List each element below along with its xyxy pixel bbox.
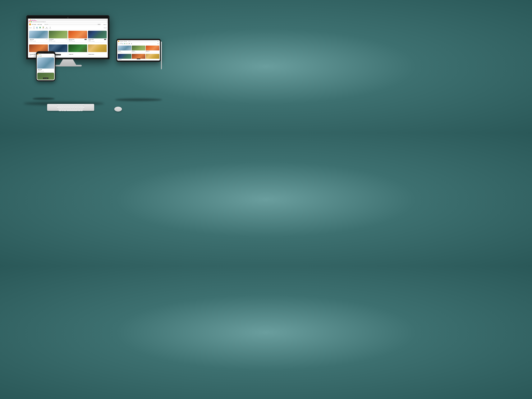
close-button[interactable] [29,21,30,22]
tablet-card-r2-0[interactable]: Northern Hill [118,54,131,60]
key-caps[interactable] [57,107,61,108]
search-input[interactable] [44,24,98,25]
filter-forest[interactable]: 🌲 Forest [39,27,41,29]
key[interactable] [70,109,71,110]
search-button[interactable]: Search [98,24,101,25]
key[interactable] [67,107,69,108]
key[interactable] [63,107,65,108]
filter-mountain[interactable]: ⛰ Mountain [45,27,48,29]
phone-filter-jungle[interactable]: 🌴 [41,56,42,57]
tablet-card-0[interactable]: Yeti's Foot Antarctica 200 CHF / per nig… [118,46,131,53]
app-search[interactable]: Search [44,24,101,25]
key[interactable] [78,107,80,108]
key[interactable] [80,106,82,107]
tablet-card-r2-2[interactable] [146,54,159,60]
camp-card-3[interactable]: Northern Hill New Finland 180 CHF / per … [88,31,107,42]
key[interactable] [64,109,66,110]
key[interactable] [78,104,79,106]
maximize-button[interactable] [31,21,32,22]
tablet-card-2[interactable]: Wild and Free Red Desert [146,46,159,53]
camp-card-r2-3[interactable]: Golden Dunes [88,44,107,57]
magic-mouse[interactable] [114,107,122,112]
key[interactable] [74,104,76,106]
key[interactable] [67,106,68,107]
key[interactable] [64,104,66,106]
camp-card-1[interactable]: Fun Forest ★ 5 Mansfield 180 CHF / per n… [49,31,68,42]
key[interactable] [66,104,68,106]
filter-jungle[interactable]: 🌴 Jungle [42,27,44,29]
tablet-search[interactable]: type here . [128,41,156,42]
key[interactable] [61,107,63,108]
key[interactable] [77,109,79,110]
key[interactable] [71,107,72,108]
tablet-filter-jungle[interactable]: 🌴Jungle [126,43,127,44]
key[interactable] [74,106,76,107]
key-cmd-right[interactable] [78,110,81,111]
key-shift-left[interactable] [58,109,62,110]
key-return[interactable] [80,107,84,108]
key[interactable] [63,104,64,106]
tablet-card-1[interactable]: Fun Forest Mansfield 180 CHF / per night [132,46,145,53]
key-ctrl[interactable] [59,110,62,111]
tablet-filter-sea[interactable]: 🌊Sea [122,43,123,44]
key[interactable] [76,106,78,107]
key[interactable] [76,109,77,110]
key[interactable] [65,107,67,108]
key[interactable] [72,109,73,110]
tablet-nav-all[interactable]: All Camps [120,41,123,42]
key-delete[interactable] [82,104,84,106]
filter-sea[interactable]: 🌊 Sea [36,27,38,29]
key[interactable] [68,104,70,106]
phone-nav-all[interactable]: All Camps [39,54,41,55]
browser-tab-active[interactable]: Fake Camp [29,19,37,21]
camp-card-2[interactable]: Wild and Free New Red Desert 140 CHF / p… [68,31,87,42]
phone-main-card[interactable]: Yeti's Foot Antarctica 200 CHF / per nig… [37,57,54,72]
key[interactable] [76,104,77,106]
minimize-button[interactable] [30,21,31,22]
key[interactable] [69,107,70,108]
logout-button[interactable]: Logout ↗ [103,24,107,25]
key[interactable] [70,104,72,106]
tablet-showmap-overlay[interactable]: Show map 🗺 [137,58,140,59]
key[interactable] [61,104,63,106]
tablet-filter-arctic[interactable]: ❄Arctic [131,43,132,44]
key[interactable] [59,104,61,106]
key[interactable] [74,109,75,110]
tablet-filter-forest[interactable]: 🌲Forest [124,43,125,44]
key[interactable] [72,104,74,106]
clear-button[interactable]: Clear ✕ [104,27,107,28]
nav-add-camp[interactable]: Add Camp [38,24,42,25]
key-option-right[interactable] [81,110,82,111]
key[interactable] [80,104,81,106]
address-bar[interactable]: fake-camp.handscape.com/campgrounds [32,21,107,22]
phone-showmap-card[interactable]: Show map 🗺 [37,73,54,80]
key[interactable] [73,107,74,108]
filter-dune[interactable]: ⛱ Dune [33,27,35,29]
key[interactable] [76,107,78,108]
tablet-card-r2-1[interactable]: Show map 🗺 [132,54,145,60]
phone-showmap-button[interactable]: Show map 🗺 [43,78,49,79]
key[interactable] [75,107,76,108]
key[interactable] [65,106,66,107]
key[interactable] [62,109,64,110]
tablet-filter-dune[interactable]: ⛱Dune [120,43,122,44]
phone-clear[interactable]: Clear ✕ [52,56,54,57]
nav-all-camps[interactable]: All Camps [32,24,36,25]
key-shift-right[interactable] [79,109,83,110]
key-space[interactable] [67,110,78,111]
key[interactable] [69,106,70,107]
key-option[interactable] [62,110,63,111]
key[interactable] [72,106,74,107]
tablet-filter-mountain[interactable]: ⛰Mountain [128,43,130,44]
key[interactable] [61,106,63,107]
tablet-nav-add[interactable]: Add Camp [124,41,127,42]
key-cmd-left[interactable] [63,110,66,111]
key[interactable] [82,106,83,107]
phone-filter-forest[interactable]: 🌲 [40,56,40,57]
key[interactable] [63,106,64,107]
key[interactable] [78,106,80,107]
camp-card-0[interactable]: Yeti's Foot ★ 4 Antarctica 200 CHF / per… [29,31,48,42]
key[interactable] [68,109,70,110]
key[interactable] [57,104,59,106]
tablet-clear[interactable]: Clear ✕ [157,43,159,44]
